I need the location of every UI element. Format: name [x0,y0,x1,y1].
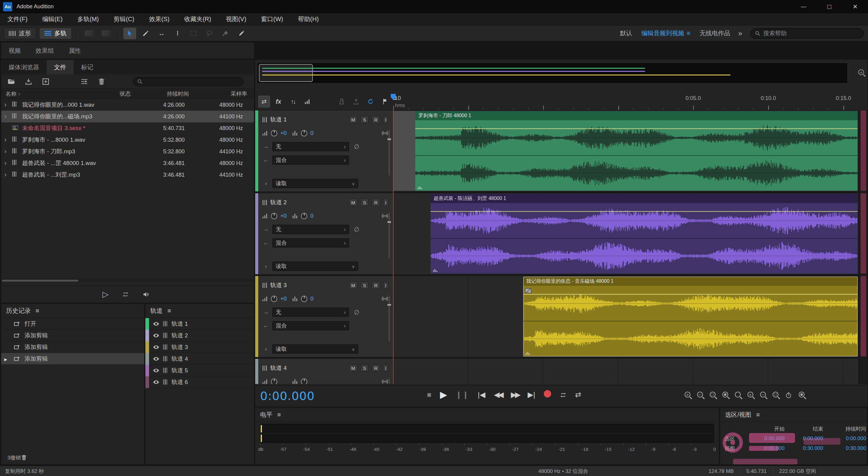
clip-header[interactable]: 超兽武装 - 陈洁丽、刘罡 48000 1 [431,194,858,203]
expand-chevron-icon[interactable] [4,113,12,121]
arm-record-button[interactable]: R [372,199,380,206]
eye-icon[interactable] [153,379,159,385]
maximize-button[interactable] [816,0,842,13]
go-to-start-button[interactable] [478,390,486,399]
fast-forward-button[interactable] [511,390,519,399]
track-name[interactable]: 轨道 2 [270,198,287,207]
track-fader[interactable] [389,378,390,384]
panel-menu-icon[interactable] [167,307,171,314]
solo-button[interactable]: S [361,199,369,206]
file-row[interactable]: 未命名混音项目 3.sesx * 5:40.731 48000 Hz [1,122,254,134]
track-name[interactable]: 轨道 3 [270,281,287,289]
column-status[interactable]: 状态 [120,90,147,98]
clip-envelope-icon[interactable] [418,186,422,189]
track-drag-handle-icon[interactable] [262,200,267,205]
input-monitor-button[interactable]: I [383,364,388,372]
view-start[interactable]: 0:00.000 [746,445,784,451]
input-monitor-button[interactable]: I [383,282,388,289]
scrollbar-segment[interactable] [861,193,866,274]
zoom-in-time-button[interactable] [685,392,690,399]
clip-envelope-icon[interactable] [526,351,530,355]
volume-value[interactable]: +0 [280,296,289,302]
volume-knob[interactable] [271,296,277,302]
arm-record-button[interactable]: R [372,282,380,289]
timer-button[interactable] [785,392,792,399]
clip-track3-selected[interactable]: 我记得你眼里的依恋 - 音乐磁场 48000 1 [523,277,858,356]
close-button[interactable] [842,0,868,13]
track2-lane[interactable]: 超兽武装 - 陈洁丽、刘罡 48000 1 [393,193,858,274]
workspace-button[interactable]: 默认 [620,29,632,37]
view-duration[interactable]: 0:30.000 [823,445,866,451]
volume-value[interactable]: +0 [280,213,289,219]
workspace-button[interactable]: 无线电作品 [700,29,730,37]
volume-knob[interactable] [271,213,277,219]
track-list-item[interactable]: 轨道 4 [145,353,254,365]
input-selector[interactable]: 无 [272,225,349,234]
track-header[interactable]: 轨道 1 M S R I +0 0 [255,110,393,191]
expand-chevron-icon[interactable] [4,171,12,179]
track3-lane[interactable]: 我记得你眼里的依恋 - 音乐磁场 48000 1 [393,276,858,357]
eye-icon[interactable] [153,344,159,351]
clip-envelope-icon[interactable] [433,269,437,272]
sync-button[interactable] [365,96,376,107]
solo-button[interactable]: S [361,116,369,123]
pan-value[interactable]: 0 [310,296,319,302]
panel-menu-icon[interactable] [277,411,281,418]
output-selector[interactable]: 混合 [272,321,349,330]
loop-playback-button[interactable] [560,390,566,399]
workspace-button[interactable]: 编辑音频到视频 [641,29,690,37]
upload-button[interactable] [350,96,362,107]
level-meter[interactable] [260,424,714,443]
pan-knob[interactable] [301,130,307,136]
file-row[interactable]: 罗刹海市 - ...8000 1.wav 5:32.800 48000 Hz [1,134,254,146]
clip-waveform[interactable] [523,286,858,356]
preview-loop-button[interactable] [122,291,129,298]
panel-menu-icon[interactable] [36,307,39,314]
pan-knob[interactable] [301,296,307,302]
slip-tool-button[interactable] [155,28,168,39]
menu-item[interactable]: 收藏夹(R) [177,13,219,25]
column-rate[interactable]: 采样率 [196,90,255,98]
move-tool-button[interactable] [123,28,136,39]
file-row[interactable]: 我记得你眼里的...000 1.wav 4:26.000 48000 Hz [1,99,254,111]
clip-track2[interactable]: 超兽武装 - 陈洁丽、刘罡 48000 1 [431,194,858,274]
selection-duration[interactable]: 0:00.000 [823,436,866,442]
output-selector[interactable]: 混合 [272,156,349,165]
fader-handle[interactable] [387,304,391,306]
fader-handle[interactable] [387,138,391,140]
zoom-full-button[interactable] [722,392,728,399]
track-fader[interactable] [389,213,390,258]
metronome-button[interactable] [336,96,347,107]
time-selection-tool-button[interactable] [171,28,184,39]
expand-chevron-icon[interactable] [4,136,12,144]
rewind-button[interactable] [494,390,502,399]
input-selector[interactable]: 无 [272,142,349,151]
clip-header[interactable]: 我记得你眼里的依恋 - 音乐磁场 48000 1 [523,277,858,286]
minimize-button[interactable] [791,0,816,13]
menu-item[interactable]: 效果(S) [142,13,177,25]
new-content-button[interactable] [42,77,50,86]
files-panel-tab[interactable]: 标记 [73,60,101,74]
help-search-input[interactable] [764,30,859,37]
clip-waveform[interactable] [415,120,858,191]
history-item[interactable]: 添加剪辑 [1,341,144,353]
track-list-item[interactable]: 轨道 5 [145,365,254,376]
expand-chevron-icon[interactable] [4,159,12,167]
column-name[interactable]: 名称 [5,90,120,98]
menu-item[interactable]: 多轨(M) [70,13,106,25]
stop-button[interactable] [427,390,432,399]
fx-toggle-button[interactable] [273,96,284,107]
file-row[interactable]: 超兽武装 - ...罡 48000 1.wav 3:46.481 48000 H… [1,157,254,169]
preview-play-button[interactable] [102,289,108,299]
track1-lead-region[interactable] [393,111,415,191]
pause-button[interactable]: ❙❙ [456,390,469,399]
clip-fade-handle[interactable] [525,288,531,293]
track-header[interactable]: 轨道 3 M S R I +0 0 [255,276,393,357]
preview-autoplay-button[interactable] [142,291,149,298]
clip-waveform[interactable] [431,203,858,274]
monitor-icon[interactable] [381,295,388,302]
playhead-line[interactable] [393,110,394,384]
zoom-navigator[interactable] [258,63,847,83]
phase-button[interactable] [354,143,359,150]
eye-icon[interactable] [153,367,159,374]
